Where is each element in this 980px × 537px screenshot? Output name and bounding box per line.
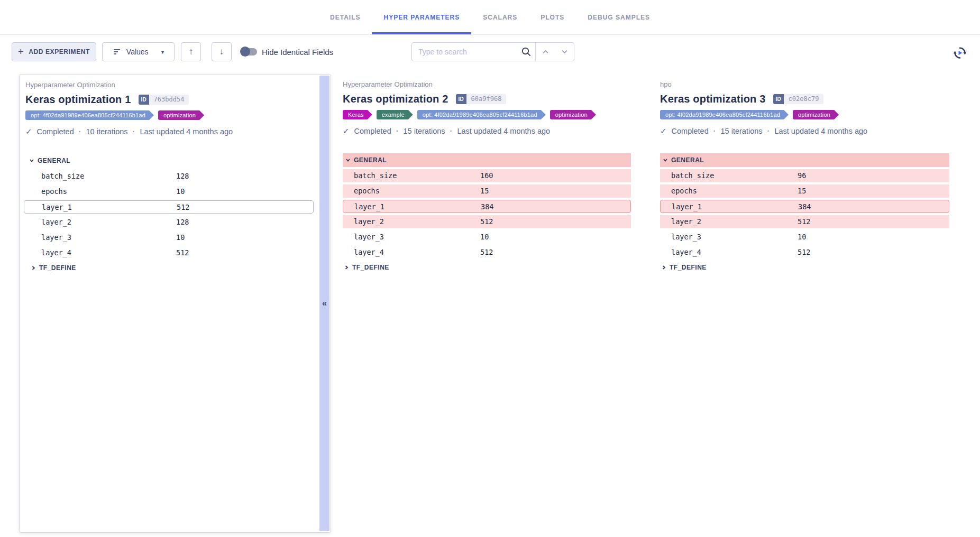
id-value: c02e8c79: [784, 94, 824, 104]
param-row-selected[interactable]: layer_1512: [24, 200, 314, 214]
collapse-panel-handle[interactable]: «: [319, 76, 329, 531]
status-line: ✓ Completed 10 iterations Last updated 4…: [25, 127, 315, 136]
tab-bar: DETAILS HYPER PARAMETERS SCALARS PLOTS D…: [0, 0, 980, 35]
param-row[interactable]: batch_size128: [24, 170, 314, 183]
param-row-diff-selected[interactable]: layer_1384: [343, 200, 631, 213]
param-row-diff[interactable]: layer_2512: [343, 215, 631, 228]
param-row-diff[interactable]: batch_size160: [343, 169, 631, 182]
tag: Keras: [343, 110, 372, 119]
arrow-up-icon: ↑: [189, 47, 194, 57]
move-down-button[interactable]: ↓: [212, 42, 232, 61]
status-state: Completed: [37, 127, 74, 136]
tag-list: opt: 4f02da91989e406ea805cf244116b1ad op…: [660, 110, 949, 119]
check-icon: ✓: [25, 127, 32, 136]
auto-refresh-icon: [952, 45, 968, 61]
dot-separator: [767, 127, 770, 135]
section-header-general[interactable]: GENERAL: [24, 154, 314, 168]
status-updated: Last updated 4 months ago: [457, 127, 550, 135]
hyperparameter-table: GENERAL batch_size96 epochs15 layer_1384…: [660, 153, 949, 271]
param-row-diff-selected[interactable]: layer_1384: [660, 200, 949, 213]
move-up-button[interactable]: ↑: [181, 42, 201, 61]
project-name: Hyperparameter Optimization: [25, 81, 315, 89]
project-name: hpo: [660, 80, 949, 89]
id-label: ID: [456, 94, 466, 104]
id-label: ID: [139, 95, 149, 105]
experiment-title: Keras optimization 3: [660, 93, 766, 105]
experiment-id-badge: ID 763bdd54: [139, 95, 189, 105]
param-row[interactable]: layer_310: [24, 231, 314, 244]
search-input[interactable]: [412, 48, 517, 56]
tab-details[interactable]: DETAILS: [318, 0, 372, 34]
param-row-diff[interactable]: epochs15: [660, 184, 949, 198]
param-row[interactable]: layer_4512: [24, 246, 314, 260]
dot-separator: [450, 127, 453, 135]
hide-identical-label: Hide Identical Fields: [262, 48, 333, 57]
chevron-down-icon: [29, 158, 34, 163]
section-header-tf-define[interactable]: TF_DEFINE: [24, 264, 314, 272]
search-next-button[interactable]: [555, 43, 574, 61]
chevron-right-icon: [31, 265, 36, 271]
experiment-card-1: Hyperparameter Optimization Keras optimi…: [19, 74, 331, 533]
check-icon: ✓: [343, 126, 350, 136]
status-updated: Last updated 4 months ago: [140, 127, 233, 136]
plus-icon: +: [18, 47, 24, 57]
search-prev-button[interactable]: [536, 43, 555, 61]
search-box: [411, 42, 574, 61]
section-header-general[interactable]: GENERAL: [660, 153, 949, 167]
status-iterations: 15 iterations: [721, 127, 763, 135]
tab-debug-samples[interactable]: DEBUG SAMPLES: [576, 0, 662, 34]
chevron-down-icon: [345, 158, 351, 163]
status-state: Completed: [354, 127, 391, 135]
tag: optimization: [158, 110, 204, 120]
id-value: 60a9f968: [466, 94, 507, 104]
dot-separator: [396, 127, 399, 135]
experiment-id-badge: ID c02e8c79: [773, 94, 824, 104]
tag: opt: 4f02da91989e406ea805cf244116b1ad: [417, 110, 546, 119]
tab-hyper-parameters[interactable]: HYPER PARAMETERS: [372, 0, 471, 34]
toolbar: + ADD EXPERIMENT Values ▾ ↑ ↓ Hide Ident…: [0, 35, 980, 63]
section-header-tf-define[interactable]: TF_DEFINE: [660, 264, 949, 271]
dot-separator: [133, 127, 135, 136]
param-row[interactable]: layer_310: [343, 230, 631, 244]
chevron-down-icon: [663, 158, 668, 163]
section-header-general[interactable]: GENERAL: [343, 153, 631, 167]
id-value: 763bdd54: [149, 95, 189, 105]
param-row-diff[interactable]: epochs15: [343, 184, 631, 198]
tag: example: [377, 110, 413, 119]
experiment-title: Keras optimization 1: [25, 94, 131, 106]
values-dropdown[interactable]: Values ▾: [102, 42, 175, 61]
experiment-card-3: hpo Keras optimization 3 ID c02e8c79 opt…: [660, 74, 949, 271]
check-icon: ✓: [660, 126, 667, 136]
tag-list: opt: 4f02da91989e406ea805cf244116b1ad op…: [25, 110, 315, 120]
tag-list: Keras example opt: 4f02da91989e406ea805c…: [343, 110, 631, 119]
values-dropdown-label: Values: [126, 48, 149, 56]
param-row[interactable]: layer_310: [660, 230, 949, 244]
tag: opt: 4f02da91989e406ea805cf244116b1ad: [25, 110, 154, 120]
status-line: ✓ Completed 15 iterations Last updated 4…: [660, 126, 949, 136]
tab-plots[interactable]: PLOTS: [529, 0, 576, 34]
toggle-knob: [240, 47, 250, 57]
param-row-diff[interactable]: batch_size96: [660, 169, 949, 182]
add-experiment-button[interactable]: + ADD EXPERIMENT: [12, 42, 96, 61]
status-state: Completed: [672, 127, 709, 135]
status-iterations: 10 iterations: [86, 127, 128, 136]
tab-scalars[interactable]: SCALARS: [471, 0, 529, 34]
collapse-icon: «: [322, 299, 327, 308]
param-row-diff[interactable]: layer_2512: [660, 215, 949, 228]
project-name: Hyperparameter Optimization: [343, 80, 631, 89]
experiment-card-2: Hyperparameter Optimization Keras optimi…: [343, 74, 631, 271]
param-row[interactable]: epochs10: [24, 185, 314, 198]
tag: optimization: [793, 110, 839, 119]
auto-refresh-button[interactable]: [950, 43, 969, 62]
hyperparameter-table: GENERAL batch_size128 epochs10 layer_151…: [24, 154, 314, 272]
dot-separator: [79, 127, 81, 136]
param-row[interactable]: layer_4512: [343, 246, 631, 259]
param-row[interactable]: layer_2128: [24, 216, 314, 229]
param-row[interactable]: layer_4512: [660, 246, 949, 259]
hyperparameter-table: GENERAL batch_size160 epochs15 layer_138…: [343, 153, 631, 271]
section-header-tf-define[interactable]: TF_DEFINE: [343, 264, 631, 271]
add-experiment-label: ADD EXPERIMENT: [29, 48, 90, 55]
search-icon: [517, 47, 535, 57]
hide-identical-toggle[interactable]: [241, 48, 257, 55]
id-label: ID: [773, 94, 784, 104]
